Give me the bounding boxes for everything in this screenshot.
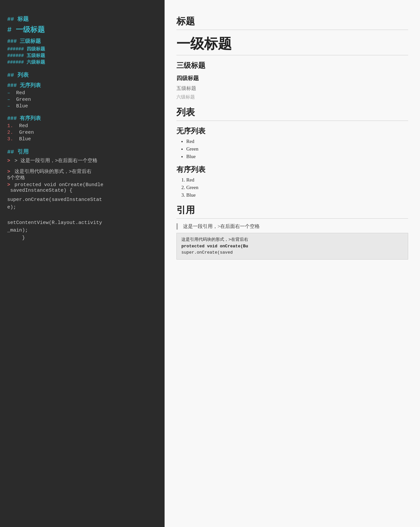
right-h4-title: 四级标题 <box>176 74 408 82</box>
left-ul-item-2: – Green <box>7 97 157 102</box>
left-h2-list: ## 列表 <box>7 71 157 79</box>
left-h2-quote: ## 引用 <box>7 148 157 155</box>
left-h4-title: ###### 四级标题 <box>7 46 157 52</box>
right-ul-item-2: Green <box>186 146 408 152</box>
right-ul-item-3: Blue <box>186 154 408 159</box>
right-panel: 标题 一级标题 三级标题 四级标题 五级标题 六级标题 列表 无序列表 Red … <box>165 0 420 527</box>
left-bq3: > protected void onCreate(Bundle savedIn… <box>7 182 157 193</box>
divider-h1 <box>176 55 408 55</box>
divider-quote <box>176 218 408 219</box>
left-h2-title: ## 标题 <box>7 15 157 23</box>
dash-icon: – <box>7 90 10 96</box>
right-h6-title: 六级标题 <box>176 94 408 100</box>
right-ol-item-1: Red <box>186 177 408 183</box>
left-ol-item-1: 1. Red <box>7 123 157 129</box>
dash-icon: – <box>7 103 10 109</box>
left-panel: ## 标题 # 一级标题 ### 三级标题 ###### 四级标题 ######… <box>0 0 165 527</box>
right-h2-list: 列表 <box>176 106 408 119</box>
right-h3-ordered: 有序列表 <box>176 165 408 175</box>
left-bq1: > > 这是一段引用，>在后面右一个空格 <box>7 157 157 164</box>
right-ol-item-2: Green <box>186 185 408 190</box>
right-bq1: 这是一段引用，>在后面右一个空格 <box>176 223 408 230</box>
left-bq2: > 这是引用代码块的形式，>在背后右5个空格 <box>7 168 157 181</box>
right-h2-quote: 引用 <box>176 204 408 216</box>
left-ul-item-3: – Blue <box>7 103 157 109</box>
right-ul: Red Green Blue <box>186 139 408 159</box>
left-h3-title: ### 三级标题 <box>7 38 157 45</box>
left-h5-title: ###### 五级标题 <box>7 53 157 59</box>
left-h3-unordered: ### 无序列表 <box>7 82 157 89</box>
left-ol-item-3: 3. Blue <box>7 136 157 142</box>
right-bq2-wrapper: 这是引用代码块的形式，>在背后右 protected void onCreate… <box>176 233 408 260</box>
left-h1-title: # 一级标题 <box>7 25 157 35</box>
left-ol-item-2: 2. Green <box>7 130 157 135</box>
dash-icon: – <box>7 97 10 102</box>
left-ul-item-1: – Red <box>7 90 157 96</box>
left-h6-title: ###### 六级标题 <box>7 59 157 65</box>
left-code-block: super.onCreate(savedInstanceStat e); set… <box>7 196 157 242</box>
right-ul-item-1: Red <box>186 139 408 144</box>
left-h3-ordered: ### 有序列表 <box>7 115 157 122</box>
divider-list <box>176 121 408 121</box>
right-h1-title: 一级标题 <box>176 35 408 53</box>
right-h3-title: 三级标题 <box>176 61 408 70</box>
right-h3-unordered: 无序列表 <box>176 126 408 136</box>
right-h5-title: 五级标题 <box>176 85 408 92</box>
right-ol-item-3: Blue <box>186 192 408 198</box>
right-ol: Red Green Blue <box>186 177 408 198</box>
right-code-block: 这是引用代码块的形式，>在背后右 protected void onCreate… <box>176 233 408 260</box>
divider-title <box>176 30 408 30</box>
right-h2-title: 标题 <box>176 15 408 28</box>
